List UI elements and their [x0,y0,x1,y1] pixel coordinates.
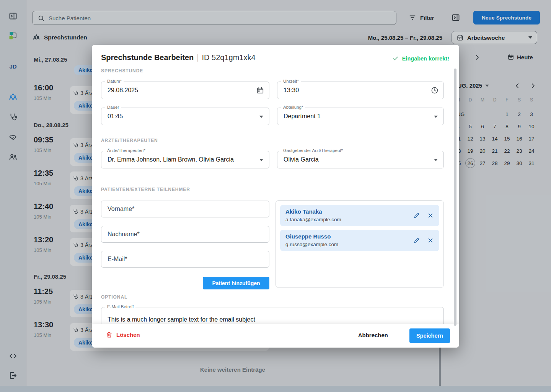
abteilung-select[interactable]: Abteilung* Department 1 [277,108,444,125]
section-sprechstunde: SPRECHSTUNDE [101,68,143,74]
modal-title: Sprechstunde Bearbeiten|ID 52q1gm1xk4 [101,53,256,62]
chevron-down-icon [434,116,438,118]
cancel-button[interactable]: Abbrechen [358,332,388,338]
add-patient-button[interactable]: Patient hinzufügen [203,277,269,289]
check-icon [392,55,399,62]
aerzte-select[interactable]: Ärzte/Therapeuten* Dr. Emma Johnson, Lia… [101,151,269,168]
chevron-down-icon [259,116,263,118]
title-separator: | [197,53,199,62]
gastgeber-value: Olivia Garcia [284,151,319,168]
edit-patient-icon[interactable] [413,237,420,244]
uhrzeit-field[interactable]: Uhrzeit* 13:30 [277,82,444,99]
trash-icon [106,331,113,338]
chevron-down-icon [434,159,438,161]
delete-button[interactable]: Löschen [106,331,140,338]
modal-scrollbar[interactable] [454,69,456,326]
section-optional: OPTIONAL [101,294,127,300]
abteilung-value: Department 1 [284,108,321,125]
remove-patient-icon[interactable] [427,237,434,244]
calendar-icon[interactable] [256,86,264,95]
email-betreff-label: E-Mail Betreff [105,304,135,309]
validation-status: Eingaben korrekt! [392,55,449,62]
patient-email: g.russo@example.com [285,242,338,247]
uhrzeit-value: 13:30 [284,82,299,99]
delete-button-label: Löschen [116,332,140,338]
datum-field[interactable]: Datum* 29.08.2025 [101,82,269,99]
modal-title-text: Sprechstunde Bearbeiten [101,53,194,62]
patient-list-panel: Akiko Tanakaa.tanaka@example.comGiuseppe… [276,200,444,288]
email-betreff-value: This is a much longer sample text for th… [108,317,255,323]
patient-card: Giuseppe Russog.russo@example.com [280,230,439,251]
datum-value: 29.08.2025 [108,82,138,99]
patient-card: Akiko Tanakaa.tanaka@example.com [280,205,439,226]
dauer-select[interactable]: Dauer 01:45 [101,108,269,125]
email-input[interactable] [101,251,269,268]
edit-sprechstunde-modal: Sprechstunde Bearbeiten|ID 52q1gm1xk4 Ei… [92,45,459,348]
modal-id-label: ID 52q1gm1xk4 [202,53,256,62]
aerzte-value: Dr. Emma Johnson, Liam Brown, Olivia Gar… [108,151,234,168]
clock-icon[interactable] [430,86,439,95]
remove-patient-icon[interactable] [427,212,434,219]
patient-email: a.tanaka@example.com [285,217,341,222]
section-patienten: PATIENTEN/EXTERNE TEILNEHMER [101,187,190,192]
save-button[interactable]: Speichern [409,328,450,343]
patient-name: Akiko Tanaka [285,208,322,215]
modal-footer: Löschen Abbrechen Speichern [92,324,459,348]
gastgeber-select[interactable]: Gastgebender Arzt/Therapeut* Olivia Garc… [277,151,444,168]
vorname-input[interactable] [101,201,269,217]
dauer-value: 01:45 [108,108,123,125]
validation-status-label: Eingaben korrekt! [402,56,449,62]
patient-name: Giuseppe Russo [285,233,331,240]
edit-patient-icon[interactable] [413,212,420,219]
section-aerzte: ÄRZTE/THERAPEUTEN [101,138,158,143]
nachname-input[interactable] [101,226,269,243]
chevron-down-icon [259,159,263,161]
